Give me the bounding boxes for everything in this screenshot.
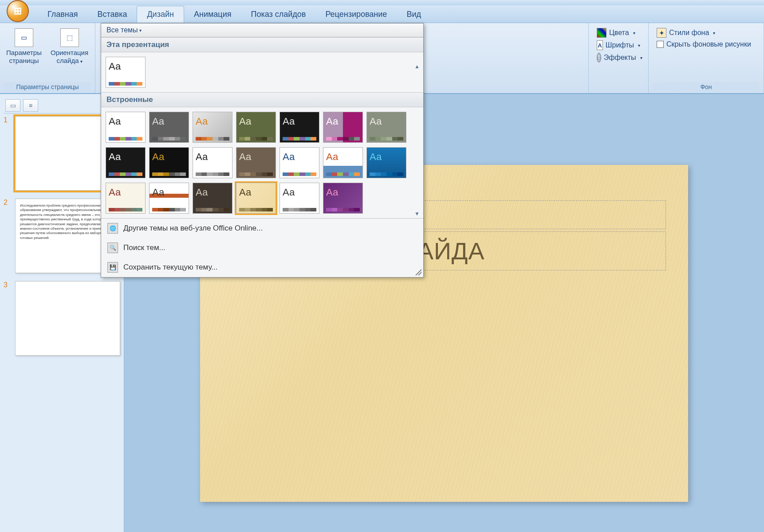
- theme-sample-text: Аа: [326, 116, 360, 127]
- theme-palette: [239, 208, 273, 211]
- theme-palette: [152, 172, 186, 176]
- all-themes-header[interactable]: Все темы▾: [101, 23, 423, 37]
- more-online-label: Другие темы на веб-узле Office Online...: [123, 224, 263, 233]
- slide-number: 2: [4, 199, 12, 273]
- theme-palette: [196, 172, 229, 176]
- theme-thumbnail[interactable]: Аа: [366, 147, 406, 178]
- slide-preview: [15, 281, 120, 356]
- bg-styles-button[interactable]: ✦ Стили фона▾: [653, 27, 759, 39]
- theme-sample-text: Аа: [196, 116, 229, 127]
- tab-slideshow[interactable]: Показ слайдов: [241, 6, 315, 23]
- checkbox-icon: [657, 41, 664, 48]
- slide-number: 3: [4, 281, 12, 356]
- theme-thumbnail[interactable]: Аа: [236, 147, 276, 178]
- fonts-label: Шрифты: [606, 41, 634, 49]
- page-setup-group-label: Параметры страницы: [4, 82, 91, 91]
- tab-view[interactable]: Вид: [397, 6, 431, 23]
- orientation-label: Ориентация слайда▾: [51, 49, 88, 65]
- search-themes[interactable]: 🔍 Поиск тем...: [101, 238, 423, 258]
- save-current-theme[interactable]: 💾 Сохранить текущую тему...: [101, 258, 423, 277]
- orientation-icon: ⬚: [60, 28, 79, 47]
- tab-insert[interactable]: Вставка: [88, 6, 137, 23]
- theme-sample-text: Аа: [326, 187, 360, 198]
- ribbon-tabs: Главная Вставка Дизайн Анимация Показ сл…: [0, 5, 764, 23]
- theme-palette: [326, 137, 360, 141]
- theme-sample-text: Аа: [283, 151, 316, 163]
- theme-thumbnail[interactable]: Аа: [149, 147, 189, 178]
- theme-sample-text: Аа: [239, 116, 273, 127]
- this-presentation-section: Эта презентация: [101, 37, 423, 52]
- themes-gallery-dropdown: Все темы▾ Эта презентация Аа Встроенные …: [101, 23, 424, 278]
- scroll-down-icon[interactable]: ▼: [414, 211, 421, 217]
- theme-palette: [283, 137, 316, 141]
- bg-styles-icon: ✦: [657, 28, 666, 38]
- scroll-up-icon[interactable]: ▲: [414, 63, 421, 70]
- theme-sample-text: Аа: [109, 116, 142, 127]
- theme-thumbnail[interactable]: Аа: [236, 183, 276, 214]
- theme-thumbnail[interactable]: Аа: [193, 183, 232, 214]
- theme-sample-text: Aa: [152, 116, 186, 127]
- theme-sample-text: Аа: [239, 187, 273, 198]
- page-setup-button[interactable]: ▭ Параметры страницы: [4, 27, 43, 66]
- theme-palette: [326, 208, 360, 211]
- slide-orientation-button[interactable]: ⬚ Ориентация слайда▾: [49, 27, 90, 66]
- theme-thumbnail[interactable]: Аа: [280, 147, 319, 178]
- builtin-section: Встроенные: [101, 92, 423, 107]
- chevron-down-icon: ▾: [139, 28, 142, 33]
- colors-icon: [597, 28, 606, 38]
- theme-thumbnail[interactable]: Аа: [323, 183, 363, 214]
- tab-review[interactable]: Рецензирование: [315, 6, 397, 23]
- theme-sample-text: Аа: [239, 151, 273, 163]
- tab-animation[interactable]: Анимация: [184, 6, 241, 23]
- theme-thumbnail[interactable]: Аа: [193, 112, 232, 143]
- theme-thumbnail[interactable]: Аа: [106, 183, 146, 214]
- bg-group-label: Фон: [653, 82, 759, 91]
- theme-sample-text: Аа: [283, 187, 316, 198]
- theme-thumbnail[interactable]: Аа: [323, 147, 363, 178]
- theme-thumbnail[interactable]: Аа: [280, 112, 319, 143]
- theme-thumbnail[interactable]: Аа: [236, 112, 276, 143]
- effects-icon: ○: [597, 53, 601, 63]
- theme-thumbnail[interactable]: Аа: [323, 112, 363, 143]
- theme-palette: [196, 208, 229, 211]
- resize-handle-icon[interactable]: [415, 269, 421, 275]
- theme-thumbnail[interactable]: Аа: [149, 183, 189, 214]
- theme-palette: [283, 208, 316, 211]
- effects-button[interactable]: ○ Эффекты▾: [593, 51, 644, 64]
- search-themes-icon: 🔍: [107, 243, 118, 253]
- theme-sample-text: Аа: [370, 151, 403, 163]
- slide-thumbnail-3[interactable]: 3: [4, 281, 120, 356]
- theme-thumbnail[interactable]: Аа: [106, 112, 146, 143]
- theme-palette: [239, 137, 273, 141]
- save-theme-label: Сохранить текущую тему...: [123, 263, 217, 272]
- effects-label: Эффекты: [604, 54, 636, 62]
- theme-thumbnail[interactable]: Аа: [193, 147, 232, 178]
- theme-sample-text: Аа: [152, 187, 186, 198]
- office-button[interactable]: ⊞: [7, 0, 29, 22]
- tab-design[interactable]: Дизайн: [137, 6, 184, 23]
- online-icon: 🌐: [107, 223, 118, 234]
- fonts-icon: A: [597, 40, 603, 50]
- theme-palette: [370, 172, 403, 176]
- tab-home[interactable]: Главная: [38, 6, 88, 23]
- theme-palette: [196, 137, 229, 141]
- theme-sample-text: Аа: [196, 187, 229, 198]
- theme-palette: [109, 208, 142, 211]
- more-themes-online[interactable]: 🌐 Другие темы на веб-узле Office Online.…: [101, 219, 423, 238]
- theme-palette: [370, 137, 403, 141]
- theme-thumbnail[interactable]: Aa: [149, 112, 189, 143]
- theme-thumbnail[interactable]: Аа: [106, 57, 146, 88]
- all-themes-label: Все темы: [106, 26, 138, 34]
- theme-thumbnail[interactable]: Аа: [366, 112, 406, 143]
- theme-thumbnail[interactable]: Аа: [106, 147, 146, 178]
- fonts-button[interactable]: A Шрифты▾: [593, 39, 644, 51]
- slides-tab-outline[interactable]: ≡: [23, 99, 38, 112]
- theme-sample-text: Аа: [109, 61, 142, 72]
- theme-palette: [283, 172, 316, 176]
- theme-palette: [326, 172, 360, 176]
- colors-button[interactable]: Цвета▾: [593, 27, 644, 39]
- theme-thumbnail[interactable]: Аа: [280, 183, 319, 214]
- hide-bg-graphics-checkbox[interactable]: Скрыть фоновые рисунки: [653, 39, 759, 50]
- slides-tab-thumbnails[interactable]: ▭: [5, 99, 20, 112]
- slide-number: 1: [4, 116, 12, 191]
